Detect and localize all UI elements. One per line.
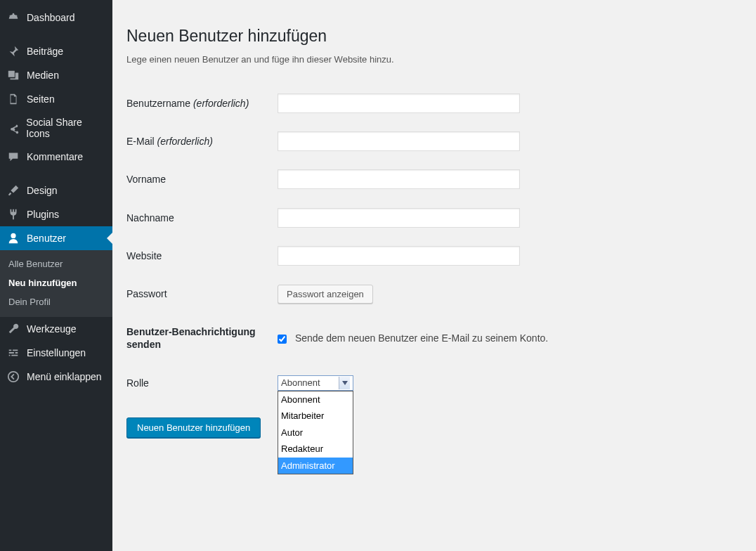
media-icon bbox=[7, 69, 21, 82]
main-content: Neuen Benutzer hinzufügen Lege einen neu… bbox=[112, 0, 756, 551]
role-option-administrator[interactable]: Administrator bbox=[278, 458, 353, 474]
comment-icon bbox=[7, 150, 21, 163]
share-icon bbox=[7, 122, 20, 134]
user-icon bbox=[7, 232, 21, 245]
sidebar-item-comments[interactable]: Kommentare bbox=[0, 145, 112, 169]
sidebar-item-appearance[interactable]: Design bbox=[0, 179, 112, 202]
sidebar-item-collapse[interactable]: Menü einklappen bbox=[0, 365, 112, 389]
username-input[interactable] bbox=[278, 93, 520, 113]
sidebar-item-label: Social Share Icons bbox=[26, 117, 105, 139]
sidebar-item-label: Beiträge bbox=[27, 46, 63, 57]
sidebar-item-label: Plugins bbox=[27, 209, 59, 220]
sliders-icon bbox=[7, 346, 21, 359]
email-input[interactable] bbox=[278, 131, 520, 151]
sidebar-item-media[interactable]: Medien bbox=[0, 63, 112, 87]
brush-icon bbox=[7, 184, 21, 197]
pin-icon bbox=[7, 45, 21, 58]
role-dropdown: Abonnent Mitarbeiter Autor Redakteur Adm… bbox=[278, 391, 353, 475]
admin-sidebar: Dashboard Beiträge Medien Seiten S bbox=[0, 0, 112, 551]
dashboard-icon bbox=[7, 11, 21, 24]
firstname-label: Vorname bbox=[126, 174, 166, 185]
sidebar-item-label: Benutzer bbox=[27, 233, 66, 244]
email-required: (erforderlich) bbox=[157, 136, 213, 147]
sidebar-item-label: Werkzeuge bbox=[27, 323, 77, 335]
wrench-icon bbox=[7, 323, 21, 335]
lastname-label: Nachname bbox=[126, 212, 174, 223]
sidebar-item-label: Kommentare bbox=[27, 151, 83, 162]
submenu-item-profile[interactable]: Dein Profil bbox=[0, 292, 112, 311]
notify-checkbox[interactable] bbox=[278, 335, 287, 344]
show-password-button[interactable]: Passwort anzeigen bbox=[278, 285, 373, 304]
sidebar-item-posts[interactable]: Beiträge bbox=[0, 39, 112, 63]
sidebar-item-tools[interactable]: Werkzeuge bbox=[0, 317, 112, 341]
website-input[interactable] bbox=[278, 246, 520, 266]
sidebar-item-dashboard[interactable]: Dashboard bbox=[0, 6, 112, 30]
role-option-redakteur[interactable]: Redakteur bbox=[278, 441, 353, 458]
website-label: Website bbox=[126, 250, 162, 261]
sidebar-item-settings[interactable]: Einstellungen bbox=[0, 341, 112, 365]
role-option-abonnent[interactable]: Abonnent bbox=[278, 391, 353, 408]
username-required: (erforderlich) bbox=[193, 98, 249, 109]
firstname-input[interactable] bbox=[278, 169, 520, 189]
email-label: E-Mail bbox=[126, 136, 155, 147]
submenu-item-all-users[interactable]: Alle Benutzer bbox=[0, 254, 112, 273]
sidebar-item-label: Design bbox=[27, 185, 58, 196]
notify-checkbox-label[interactable]: Sende dem neuen Benutzer eine E-Mail zu … bbox=[278, 332, 548, 344]
sidebar-item-label: Medien bbox=[27, 70, 59, 81]
svg-point-0 bbox=[8, 372, 18, 382]
username-label: Benutzername bbox=[126, 98, 190, 109]
sidebar-item-label: Menü einklappen bbox=[27, 371, 102, 382]
lastname-input[interactable] bbox=[278, 208, 520, 228]
collapse-icon bbox=[7, 370, 21, 383]
sidebar-item-label: Einstellungen bbox=[27, 347, 86, 358]
page-intro: Lege einen neuen Benutzer an und füge ih… bbox=[126, 54, 742, 65]
sidebar-item-plugins[interactable]: Plugins bbox=[0, 202, 112, 226]
page-icon bbox=[7, 93, 21, 105]
sidebar-submenu-users: Alle Benutzer Neu hinzufügen Dein Profil bbox=[0, 250, 112, 317]
sidebar-item-pages[interactable]: Seiten bbox=[0, 87, 112, 111]
role-option-mitarbeiter[interactable]: Mitarbeiter bbox=[278, 408, 353, 424]
user-form-table: Benutzername (erforderlich) E-Mail (erfo… bbox=[126, 84, 555, 450]
sidebar-item-label: Seiten bbox=[27, 93, 55, 105]
role-label: Rolle bbox=[126, 377, 149, 389]
chevron-down-icon bbox=[339, 377, 350, 389]
page-title: Neuen Benutzer hinzufügen bbox=[126, 27, 742, 46]
submit-button[interactable]: Neuen Benutzer hinzufügen bbox=[126, 417, 261, 438]
notify-label: Benutzer-Benachrichtigung senden bbox=[126, 326, 256, 350]
sidebar-item-social-share[interactable]: Social Share Icons bbox=[0, 111, 112, 145]
role-selected-value: Abonnent bbox=[281, 377, 320, 388]
role-select[interactable]: Abonnent bbox=[278, 375, 353, 391]
sidebar-item-label: Dashboard bbox=[27, 12, 75, 23]
role-option-autor[interactable]: Autor bbox=[278, 424, 353, 441]
plug-icon bbox=[7, 208, 21, 221]
submenu-item-add-new[interactable]: Neu hinzufügen bbox=[0, 273, 112, 292]
sidebar-item-users[interactable]: Benutzer bbox=[0, 226, 112, 250]
password-label: Passwort bbox=[126, 288, 167, 299]
notify-checkbox-text: Sende dem neuen Benutzer eine E-Mail zu … bbox=[295, 332, 548, 344]
